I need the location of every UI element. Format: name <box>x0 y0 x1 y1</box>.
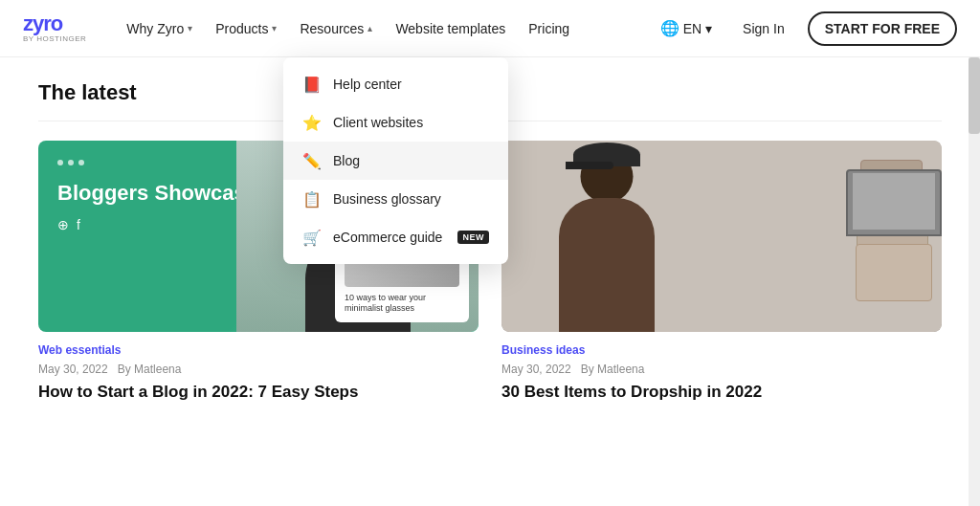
dropdown-label-help-center: Help center <box>333 77 402 92</box>
nav-label-products: Products <box>215 21 268 36</box>
instagram-icon: ⊕ <box>57 217 69 232</box>
laptop-display <box>853 173 935 230</box>
nav-links: Why Zyro ▾ Products ▾ Resources ▴ Websit… <box>117 13 652 44</box>
blog-dots <box>57 160 84 165</box>
facebook-icon: f <box>77 217 80 232</box>
logo[interactable]: zyro by hostinger <box>23 13 86 43</box>
lang-label: EN <box>683 21 702 36</box>
box-stack-3 <box>856 244 932 301</box>
resources-dropdown: 📕 Help center ⭐ Client websites ✏️ Blog … <box>283 57 508 264</box>
scrollbar[interactable] <box>969 0 980 426</box>
chevron-down-icon: ▾ <box>705 21 712 36</box>
card-blog-meta: May 30, 2022 By Matleena <box>38 363 479 376</box>
dropdown-item-ecommerce-guide[interactable]: 🛒 eCommerce guide NEW <box>283 218 508 256</box>
laptop-screen <box>846 169 942 236</box>
nav-item-pricing[interactable]: Pricing <box>519 13 579 44</box>
card-business-bg <box>501 141 942 332</box>
person2-brim <box>566 162 613 169</box>
blog-inset-text: 10 ways to wear your minimalist glasses <box>345 293 459 315</box>
client-websites-icon: ⭐ <box>302 113 322 132</box>
nav-label-resources: Resources <box>300 21 364 36</box>
dropdown-item-help-center[interactable]: 📕 Help center <box>283 65 508 103</box>
blog-overlay-title: Bloggers Showcase <box>57 181 257 206</box>
card-blog-author: By Matleena <box>118 363 182 376</box>
person2-body <box>559 198 655 332</box>
logo-name: zyro <box>23 13 86 34</box>
card-business-meta: May 30, 2022 By Matleena <box>501 363 942 376</box>
card-business-headline[interactable]: 30 Best Items to Dropship in 2022 <box>501 382 942 403</box>
business-glossary-icon: 📋 <box>302 189 322 209</box>
card-business-image[interactable] <box>501 141 942 332</box>
navbar: zyro by hostinger Why Zyro ▾ Products ▾ … <box>0 0 980 57</box>
globe-icon: 🌐 <box>660 19 679 37</box>
nav-label-pricing: Pricing <box>528 21 569 36</box>
blog-icon: ✏️ <box>302 151 322 170</box>
dot-3 <box>78 160 84 165</box>
nav-right: 🌐 EN ▾ Sign In START FOR FREE <box>653 11 957 46</box>
card-business-category: Business ideas <box>501 343 942 357</box>
card-business-author: By Matleena <box>581 363 645 376</box>
dropdown-label-business-glossary: Business glossary <box>333 191 441 207</box>
blog-social-icons: ⊕ f <box>57 217 80 232</box>
nav-item-products[interactable]: Products ▾ <box>206 13 286 44</box>
dropdown-label-client-websites: Client websites <box>333 115 423 130</box>
dropdown-label-blog: Blog <box>333 153 360 168</box>
dropdown-label-ecommerce-guide: eCommerce guide <box>333 230 442 245</box>
nav-item-resources[interactable]: Resources ▴ <box>290 13 382 44</box>
nav-item-why-zyro[interactable]: Why Zyro ▾ <box>117 13 202 44</box>
language-selector[interactable]: 🌐 EN ▾ <box>653 13 720 43</box>
chevron-up-icon: ▴ <box>368 23 372 33</box>
dropdown-item-business-glossary[interactable]: 📋 Business glossary <box>283 180 508 218</box>
dot-2 <box>68 160 74 165</box>
nav-label-website-templates: Website templates <box>395 21 505 36</box>
chevron-down-icon: ▾ <box>272 23 277 33</box>
chevron-down-icon: ▾ <box>188 23 192 33</box>
nav-item-website-templates[interactable]: Website templates <box>386 13 515 44</box>
dropdown-item-client-websites[interactable]: ⭐ Client websites <box>283 103 508 142</box>
dot-1 <box>57 160 63 165</box>
person2-figure <box>530 150 683 332</box>
new-badge: NEW <box>457 231 489 244</box>
start-free-button[interactable]: START FOR FREE <box>808 11 957 46</box>
card-business: Business ideas May 30, 2022 By Matleena … <box>501 141 942 403</box>
help-center-icon: 📕 <box>302 75 322 94</box>
card-business-date: May 30, 2022 <box>501 363 571 376</box>
logo-sub: by hostinger <box>23 34 86 43</box>
sign-in-button[interactable]: Sign In <box>731 13 796 44</box>
dropdown-item-blog[interactable]: ✏️ Blog <box>283 142 508 180</box>
card-blog-date: May 30, 2022 <box>38 363 108 376</box>
card-blog-category: Web essentials <box>38 343 479 357</box>
card-blog-headline[interactable]: How to Start a Blog in 2022: 7 Easy Step… <box>38 382 479 403</box>
ecommerce-guide-icon: 🛒 <box>302 228 322 247</box>
scrollbar-thumb[interactable] <box>969 57 980 134</box>
nav-label-why-zyro: Why Zyro <box>126 21 184 36</box>
